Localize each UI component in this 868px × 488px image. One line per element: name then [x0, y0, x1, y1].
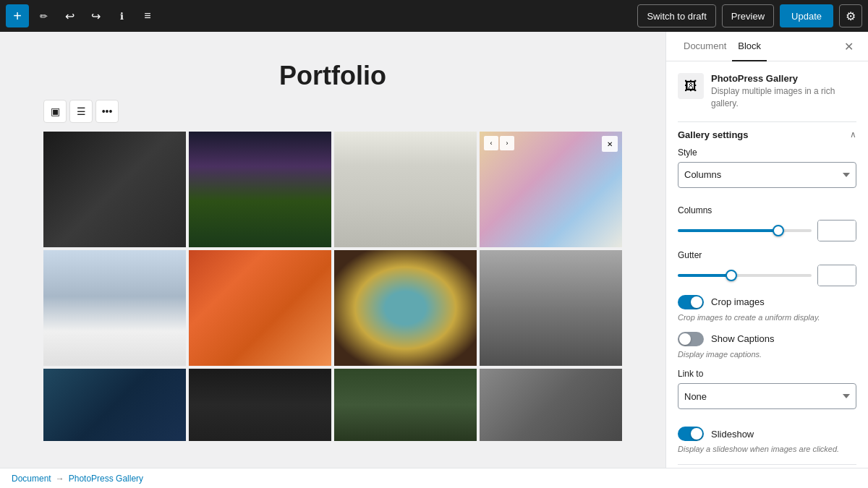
crop-images-knob — [691, 296, 702, 308]
crop-images-toggle[interactable] — [678, 295, 704, 309]
slideshow-desc: Display a slideshow when images are clic… — [678, 444, 856, 455]
alignment-button[interactable]: ☰ — [69, 100, 93, 123]
gallery-item[interactable] — [334, 250, 477, 366]
gallery-settings-section[interactable]: Gallery settings ∧ — [678, 121, 856, 147]
redo-button[interactable]: ↪ — [84, 4, 107, 27]
gallery-item[interactable] — [189, 132, 331, 247]
gallery-next-button[interactable]: › — [500, 136, 514, 150]
gallery-item[interactable] — [480, 250, 622, 366]
gutter-label: Gutter — [678, 250, 856, 260]
columns-slider-track[interactable] — [678, 229, 812, 232]
right-sidebar: Document Block ✕ 🖼 PhotoPress Gallery Di… — [665, 32, 868, 468]
block-header: 🖼 PhotoPress Gallery Display multiple im… — [678, 73, 856, 110]
list-icon: ≡ — [144, 9, 150, 22]
settings-button[interactable]: ⚙ — [839, 4, 862, 27]
block-desc: Display multiple images in a rich galler… — [711, 85, 856, 110]
gallery-item[interactable] — [43, 132, 186, 247]
sidebar-tabs: Document Block ✕ — [666, 32, 868, 61]
gutter-slider-row: ▲ ▼ — [678, 265, 856, 286]
link-to-select[interactable]: None Media File Attachment Page — [678, 383, 856, 409]
preview-button[interactable]: Preview — [722, 4, 774, 27]
gallery-item[interactable] — [334, 369, 477, 441]
columns-number-input[interactable]: ▲ ▼ — [817, 220, 856, 241]
show-captions-toggle-row: Show Captions — [678, 332, 856, 346]
gutter-slider-track[interactable] — [678, 274, 812, 277]
slideshow-label: Slideshow — [711, 429, 754, 440]
breadcrumb-gallery[interactable]: PhotoPress Gallery — [69, 474, 143, 484]
sidebar-tab-group: Document Block — [678, 32, 767, 61]
slideshow-toggle[interactable] — [678, 427, 704, 441]
link-to-label: Link to — [678, 369, 856, 379]
show-captions-label: Show Captions — [711, 333, 774, 344]
columns-slider-thumb[interactable] — [773, 225, 784, 236]
toolbar-right: Switch to draft Preview Update ⚙ — [637, 4, 862, 27]
info-button[interactable]: ℹ — [110, 4, 133, 27]
breadcrumb-separator: → — [56, 474, 64, 484]
sidebar-close-button[interactable]: ✕ — [841, 37, 856, 56]
block-info: PhotoPress Gallery Display multiple imag… — [711, 73, 856, 110]
list-button[interactable]: ≡ — [136, 4, 159, 27]
gallery-settings-label: Gallery settings — [678, 129, 749, 140]
columns-value-field[interactable] — [818, 221, 856, 241]
breadcrumb-document[interactable]: Document — [12, 474, 51, 484]
style-group: Style Columns Masonry Tiled — [678, 147, 856, 197]
gutter-slider-thumb[interactable] — [726, 270, 737, 281]
gallery-item-controls: ✕ — [602, 136, 618, 152]
plus-icon: + — [13, 8, 22, 25]
crop-images-label: Crop images — [711, 296, 765, 307]
columns-slider-row: ▲ ▼ — [678, 220, 856, 241]
crop-images-toggle-row: Crop images — [678, 295, 856, 309]
link-to-group: Link to None Media File Attachment Page — [678, 369, 856, 418]
redo-icon: ↪ — [91, 9, 101, 23]
main-layout: Portfolio ▣ ☰ ••• ‹ › — [0, 32, 868, 468]
gutter-group: Gutter ▲ ▼ — [678, 250, 856, 286]
style-select[interactable]: Columns Masonry Tiled — [678, 162, 856, 188]
undo-icon: ↩ — [65, 9, 75, 23]
slideshow-toggle-row: Slideshow — [678, 427, 856, 441]
gallery-grid: ‹ › ✕ — [43, 132, 622, 441]
gallery-item[interactable] — [189, 250, 331, 366]
gallery-icon-button[interactable]: ▣ — [43, 100, 67, 123]
top-toolbar: + ✏ ↩ ↪ ℹ ≡ Switch to draft Preview Upda… — [0, 0, 868, 32]
toolbar-left: + ✏ ↩ ↪ ℹ ≡ — [6, 4, 159, 27]
style-label: Style — [678, 147, 856, 158]
gallery-prev-button[interactable]: ‹ — [484, 136, 498, 150]
gallery-block-icon: 🖼 — [684, 79, 697, 94]
columns-slider-fill — [678, 229, 778, 232]
gutter-number-input[interactable]: ▲ ▼ — [817, 265, 856, 286]
gallery-item[interactable] — [43, 250, 186, 366]
slideshow-knob — [691, 428, 702, 440]
gallery-item[interactable] — [189, 369, 331, 441]
pencil-button[interactable]: ✏ — [32, 4, 55, 27]
update-button[interactable]: Update — [780, 4, 833, 27]
gallery-settings-toggle-icon: ∧ — [850, 129, 856, 140]
columns-group: Columns ▲ ▼ — [678, 205, 856, 241]
tab-document[interactable]: Document — [678, 32, 732, 61]
switch-draft-button[interactable]: Switch to draft — [637, 4, 715, 27]
block-icon: 🖼 — [678, 73, 704, 99]
show-captions-knob — [679, 333, 691, 345]
columns-label: Columns — [678, 205, 856, 215]
more-options-button[interactable]: ••• — [95, 100, 119, 123]
add-block-button[interactable]: + — [6, 4, 29, 27]
gallery-item-active[interactable]: ‹ › ✕ — [480, 132, 622, 247]
pencil-icon: ✏ — [40, 11, 48, 22]
gallery-item[interactable] — [334, 132, 477, 247]
info-icon: ℹ — [120, 11, 124, 22]
gallery-remove-button[interactable]: ✕ — [602, 136, 618, 152]
crop-images-desc: Crop images to create a uniform display. — [678, 312, 856, 323]
show-captions-toggle[interactable] — [678, 332, 704, 346]
undo-button[interactable]: ↩ — [58, 4, 81, 27]
tab-block[interactable]: Block — [732, 32, 767, 61]
show-captions-desc: Display image captions. — [678, 349, 856, 360]
gallery-item[interactable] — [43, 369, 186, 441]
gutter-slider-fill — [678, 274, 731, 277]
gallery-nav: ‹ › — [484, 136, 514, 150]
page-title: Portfolio — [43, 61, 622, 91]
gutter-value-field[interactable] — [818, 265, 856, 286]
gallery-item[interactable] — [480, 369, 622, 441]
bottom-bar: Document → PhotoPress Gallery — [0, 468, 868, 488]
gear-icon: ⚙ — [846, 9, 856, 23]
editor-area: Portfolio ▣ ☰ ••• ‹ › — [0, 32, 665, 468]
sidebar-content: 🖼 PhotoPress Gallery Display multiple im… — [666, 61, 868, 468]
